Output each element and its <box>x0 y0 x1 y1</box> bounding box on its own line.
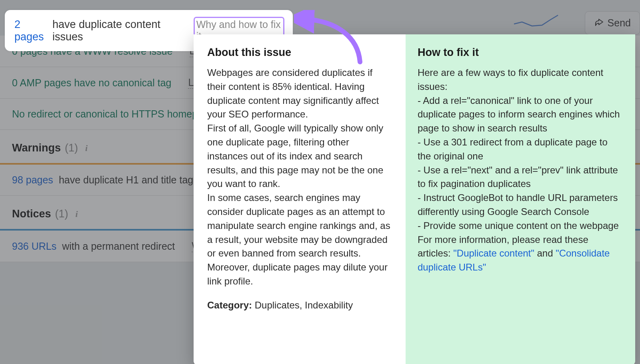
about-heading: About this issue <box>207 46 392 59</box>
fix-heading: How to fix it <box>418 46 623 59</box>
issue-count: 2 pages <box>14 18 50 43</box>
fix-item: - Use a rel="next" and a rel="prev" link… <box>418 163 623 191</box>
fix-item: - Provide some unique content on the web… <box>418 219 623 233</box>
fix-item: - Add a rel="canonical" link to one of y… <box>418 94 623 135</box>
duplicate-content-link[interactable]: "Duplicate content" <box>453 248 534 259</box>
category-label: Category: <box>207 300 252 310</box>
issue-help-popover: About this issue Webpages are considered… <box>194 34 635 364</box>
category-value: Duplicates, Indexability <box>252 300 353 310</box>
fix-panel: How to fix it Here are a few ways to fix… <box>406 34 635 364</box>
fix-and-text: and <box>534 248 556 259</box>
fix-intro: Here are a few ways to fix duplicate con… <box>418 66 623 94</box>
issue-category: Category: Duplicates, Indexability <box>207 300 392 311</box>
fix-item: - Instruct GoogleBot to handle URL param… <box>418 191 623 219</box>
fix-more-info: For more information, please read these … <box>418 233 623 274</box>
fix-item: - Use a 301 redirect from a duplicate pa… <box>418 135 623 163</box>
about-panel: About this issue Webpages are considered… <box>194 34 406 364</box>
issue-text: have duplicate content issues <box>52 18 184 43</box>
about-body: Webpages are considered duplicates if th… <box>207 66 392 288</box>
